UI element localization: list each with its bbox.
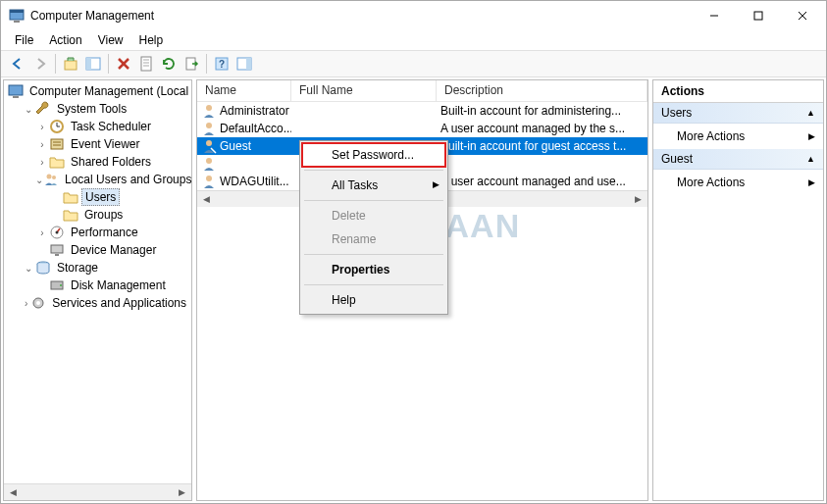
- scroll-right-icon[interactable]: ▶: [630, 192, 646, 207]
- export-list-button[interactable]: [181, 53, 202, 75]
- svg-point-40: [206, 105, 212, 111]
- svg-point-44: [206, 176, 212, 181]
- tree-users[interactable]: Users: [6, 188, 189, 206]
- forward-button[interactable]: [29, 53, 51, 75]
- actions-more-guest[interactable]: More Actions ▶: [653, 170, 823, 195]
- refresh-button[interactable]: [158, 53, 180, 75]
- scroll-left-icon[interactable]: ◀: [5, 485, 22, 500]
- menu-view[interactable]: View: [90, 31, 131, 49]
- tree-performance[interactable]: › Performance: [6, 224, 189, 241]
- list-pane: Name Full Name Description Administrator…: [196, 79, 648, 501]
- scroll-left-icon[interactable]: ◀: [198, 192, 215, 207]
- svg-rect-34: [55, 254, 59, 256]
- minimize-button[interactable]: [692, 2, 736, 29]
- tree-device-manager[interactable]: Device Manager: [6, 241, 189, 259]
- storage-icon: [35, 260, 51, 276]
- folder-icon: [63, 189, 78, 205]
- maximize-button[interactable]: [736, 2, 780, 29]
- list-header: Name Full Name Description: [197, 80, 647, 102]
- properties-button[interactable]: [135, 53, 157, 75]
- separator: [304, 284, 443, 285]
- tree-root[interactable]: Computer Management (Local: [6, 82, 189, 100]
- event-viewer-icon: [49, 136, 65, 152]
- content-area: Computer Management (Local ⌄ System Tool…: [1, 77, 826, 503]
- actions-section-guest[interactable]: Guest ▲: [653, 149, 823, 170]
- chevron-right-icon[interactable]: ›: [22, 298, 30, 309]
- svg-point-37: [60, 284, 62, 286]
- ctx-rename[interactable]: Rename: [302, 227, 445, 251]
- help-button[interactable]: ?: [211, 53, 233, 75]
- svg-rect-9: [86, 58, 91, 70]
- ctx-properties[interactable]: Properties: [302, 258, 445, 281]
- svg-line-5: [799, 12, 806, 20]
- menu-file[interactable]: File: [7, 31, 41, 49]
- tree-disk-management[interactable]: Disk Management: [6, 277, 189, 294]
- close-button[interactable]: [780, 2, 824, 29]
- svg-point-39: [36, 301, 40, 305]
- menu-action[interactable]: Action: [41, 31, 89, 49]
- column-name[interactable]: Name: [197, 80, 291, 101]
- chevron-right-icon: ▶: [808, 131, 815, 141]
- app-icon: [9, 8, 25, 24]
- show-hide-tree-button[interactable]: [82, 53, 104, 75]
- ctx-delete[interactable]: Delete: [302, 204, 445, 227]
- tree-task-scheduler[interactable]: › Task Scheduler: [6, 118, 189, 135]
- tree-storage[interactable]: ⌄ Storage: [6, 259, 189, 277]
- user-icon: [201, 156, 217, 172]
- ctx-all-tasks[interactable]: All Tasks ▶: [302, 174, 445, 197]
- svg-rect-2: [14, 21, 20, 23]
- tree-event-viewer[interactable]: › Event Viewer: [6, 135, 189, 153]
- menu-help[interactable]: Help: [131, 31, 172, 49]
- svg-rect-22: [13, 96, 19, 98]
- ctx-set-password[interactable]: Set Password...: [302, 143, 445, 167]
- ctx-help[interactable]: Help: [302, 288, 445, 312]
- tree-local-users[interactable]: ⌄ Local Users and Groups: [6, 171, 189, 188]
- show-hide-action-button[interactable]: [233, 53, 255, 75]
- titlebar: Computer Management: [1, 1, 826, 30]
- device-manager-icon: [49, 242, 65, 258]
- svg-point-41: [206, 123, 212, 128]
- chevron-down-icon[interactable]: ⌄: [22, 263, 35, 274]
- chevron-right-icon[interactable]: ›: [35, 122, 49, 132]
- toolbar: ?: [1, 50, 826, 77]
- list-row[interactable]: Administrator Built-in account for admin…: [197, 102, 647, 120]
- actions-more-users[interactable]: More Actions ▶: [653, 124, 823, 149]
- svg-point-30: [52, 176, 56, 179]
- tree-shared-folders[interactable]: › Shared Folders: [6, 153, 189, 171]
- folder-icon: [63, 207, 78, 223]
- clock-icon: [49, 119, 65, 134]
- list-body: Administrator Built-in account for admin…: [197, 102, 647, 190]
- column-full-name[interactable]: Full Name: [291, 80, 437, 101]
- chevron-right-icon[interactable]: ›: [35, 139, 49, 150]
- svg-rect-12: [141, 57, 151, 71]
- column-description[interactable]: Description: [437, 80, 647, 101]
- chevron-right-icon[interactable]: ›: [35, 227, 49, 238]
- svg-rect-26: [51, 139, 63, 149]
- chevron-down-icon[interactable]: ⌄: [35, 175, 43, 185]
- tree-groups[interactable]: Groups: [6, 206, 189, 224]
- actions-title: Actions: [653, 80, 823, 103]
- separator: [304, 170, 443, 171]
- svg-line-6: [799, 12, 806, 20]
- back-button[interactable]: [7, 53, 28, 75]
- gear-icon: [30, 295, 46, 311]
- svg-point-42: [206, 140, 212, 146]
- actions-section-users[interactable]: Users ▲: [653, 103, 823, 124]
- up-button[interactable]: [60, 53, 81, 75]
- chevron-right-icon[interactable]: ›: [35, 157, 49, 168]
- scroll-right-icon[interactable]: ▶: [174, 485, 190, 500]
- users-group-icon: [43, 172, 59, 187]
- user-icon: [201, 103, 217, 119]
- delete-button[interactable]: [113, 53, 134, 75]
- svg-rect-1: [10, 10, 24, 13]
- window-title: Computer Management: [30, 9, 154, 23]
- svg-rect-4: [754, 12, 762, 20]
- tree-system-tools[interactable]: ⌄ System Tools: [6, 100, 189, 118]
- chevron-down-icon[interactable]: ⌄: [22, 104, 35, 115]
- tree-services-apps[interactable]: › Services and Applications: [6, 294, 189, 312]
- svg-point-29: [47, 175, 52, 179]
- tree-hscrollbar[interactable]: ◀ ▶: [4, 483, 191, 500]
- user-icon: [201, 174, 217, 189]
- disk-icon: [49, 277, 65, 293]
- list-row[interactable]: DefaultAcco... A user account managed by…: [197, 120, 647, 137]
